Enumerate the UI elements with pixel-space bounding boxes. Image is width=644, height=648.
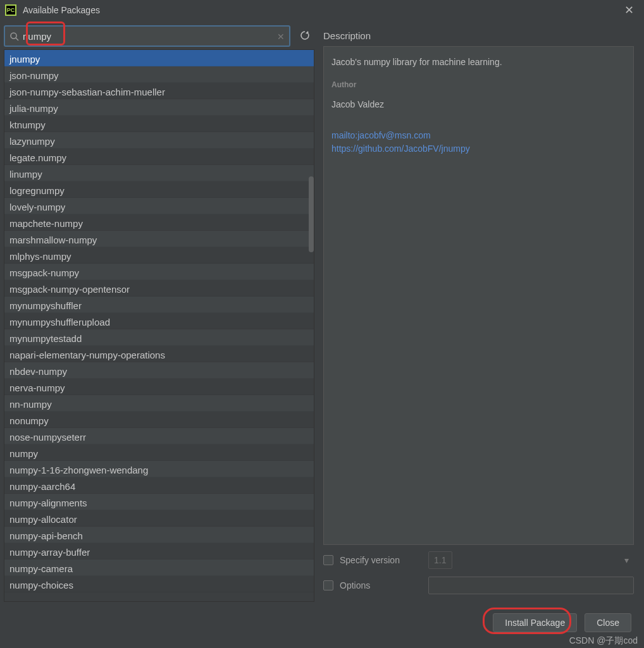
- mailto-link[interactable]: mailto:jacobfv@msn.com: [331, 129, 626, 142]
- list-item[interactable]: msgpack-numpy: [4, 264, 314, 280]
- list-item[interactable]: marshmallow-numpy: [4, 231, 314, 247]
- version-select[interactable]: 1.1: [428, 551, 452, 569]
- list-item[interactable]: nerva-numpy: [4, 379, 314, 395]
- list-item[interactable]: lazynumpy: [4, 132, 314, 149]
- list-item[interactable]: mynumpyshuffler: [4, 296, 314, 313]
- list-item[interactable]: nose-numpyseterr: [4, 428, 314, 444]
- options-input[interactable]: [428, 577, 634, 594]
- description-heading: Description: [323, 25, 639, 46]
- list-item[interactable]: numpy-allocator: [4, 510, 314, 527]
- list-item[interactable]: mynumpytestadd: [4, 329, 314, 346]
- app-icon: PC: [5, 4, 16, 16]
- repo-link[interactable]: https://github.com/JacobFV/jnumpy: [331, 142, 626, 156]
- list-item[interactable]: jnumpy: [4, 50, 314, 66]
- window-title: Available Packages: [23, 5, 100, 15]
- search-icon: [9, 32, 20, 44]
- svg-line-1: [16, 38, 18, 40]
- list-item[interactable]: legate.numpy: [4, 149, 314, 165]
- list-item[interactable]: mlphys-numpy: [4, 247, 314, 264]
- watermark: CSDN @子期cod: [569, 635, 638, 647]
- list-item[interactable]: numpy-camera: [4, 559, 314, 576]
- list-item[interactable]: numpy-array-buffer: [4, 543, 314, 559]
- list-item[interactable]: json-numpy: [4, 66, 314, 83]
- list-item[interactable]: nbdev-numpy: [4, 362, 314, 379]
- list-item[interactable]: numpy-choices: [4, 576, 314, 592]
- list-item[interactable]: julia-numpy: [4, 99, 314, 116]
- list-item[interactable]: mynumpyshufflerupload: [4, 313, 314, 329]
- scrollbar-thumb[interactable]: [309, 176, 314, 252]
- author-name: Jacob Valdez: [331, 98, 626, 111]
- close-icon[interactable]: ✕: [619, 3, 639, 17]
- list-item[interactable]: napari-elementary-numpy-operations: [4, 346, 314, 362]
- list-item[interactable]: msgpack-numpy-opentensor: [4, 280, 314, 296]
- package-list[interactable]: jnumpyjson-numpyjson-numpy-sebastian-ach…: [4, 49, 314, 602]
- specify-version-label: Specify version: [340, 555, 422, 565]
- options-label: Options: [340, 580, 422, 590]
- list-item[interactable]: lovely-numpy: [4, 198, 314, 214]
- list-item[interactable]: numpy-api-bench: [4, 527, 314, 543]
- list-item[interactable]: nonumpy: [4, 412, 314, 428]
- search-input[interactable]: [23, 31, 271, 42]
- description-panel: Jacob's numpy library for machine learni…: [323, 46, 634, 545]
- install-button[interactable]: Install Package: [493, 613, 577, 632]
- list-item[interactable]: linumpy: [4, 165, 314, 181]
- search-field-wrap[interactable]: ✕: [4, 25, 290, 47]
- list-item[interactable]: logregnumpy: [4, 181, 314, 198]
- list-item[interactable]: numpy-alignments: [4, 494, 314, 510]
- options-checkbox[interactable]: [323, 580, 333, 590]
- list-item[interactable]: numpy-aarch64: [4, 477, 314, 494]
- list-item[interactable]: nn-numpy: [4, 395, 314, 412]
- list-item[interactable]: numpy: [4, 444, 314, 461]
- close-button[interactable]: Close: [585, 613, 631, 632]
- specify-version-checkbox[interactable]: [323, 555, 333, 565]
- list-item[interactable]: ktnumpy: [4, 116, 314, 132]
- svg-point-0: [11, 33, 16, 39]
- list-item[interactable]: numpy-1-16-zhongwen-wendang: [4, 461, 314, 477]
- clear-icon[interactable]: ✕: [277, 32, 285, 42]
- package-summary: Jacob's numpy library for machine learni…: [331, 56, 626, 69]
- list-item[interactable]: mapchete-numpy: [4, 214, 314, 231]
- author-label: Author: [331, 79, 626, 90]
- list-item[interactable]: json-numpy-sebastian-achim-mueller: [4, 83, 314, 99]
- refresh-icon[interactable]: [295, 26, 314, 47]
